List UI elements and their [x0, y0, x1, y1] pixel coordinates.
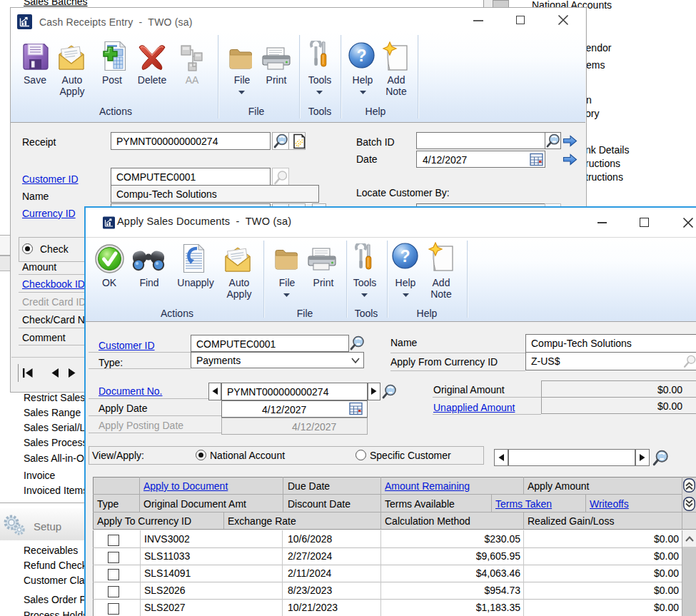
svg-text:?: ?: [356, 46, 366, 65]
svg-text:?: ?: [400, 247, 410, 266]
